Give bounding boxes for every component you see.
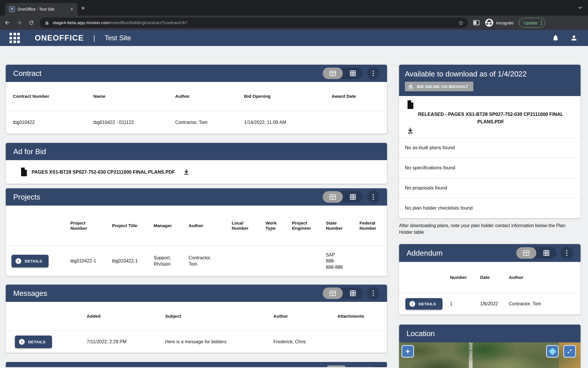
contract-panel-header: Contract [6,65,387,82]
table-view-icon [327,365,345,367]
forward-icon[interactable] [14,18,24,28]
grid-view-icon[interactable] [343,68,363,79]
incognito-indicator: Incognito [485,19,514,27]
details-button[interactable]: i DETAILS [11,255,49,267]
addendum-panel-header: Addendum [399,244,581,262]
new-tab-button[interactable]: + [81,5,85,12]
details-button[interactable]: i DETAILS [405,298,442,310]
app-brand: ONEOFFICE [35,34,84,43]
column-header: Added [87,314,165,319]
download-icon[interactable] [407,127,575,134]
back-icon[interactable] [2,18,12,28]
column-header: Local Number [232,221,266,231]
grid-view-icon[interactable] [343,288,363,299]
table-view-icon[interactable] [323,68,343,79]
view-toggle [323,191,363,203]
panel-menu-icon[interactable] [560,247,573,259]
app-header: ONEOFFICE | Test Site [0,30,588,46]
project-title-cell: tbg010422-1 [112,258,154,264]
layers-icon [549,348,556,355]
projects-panel-header: Projects [6,188,387,206]
subject-cell: Here is a message for bidders [165,339,273,345]
incognito-label: Incognito [496,20,514,25]
panel-menu-icon[interactable] [367,67,380,80]
reload-icon[interactable] [26,18,36,28]
table-row[interactable]: i DETAILS 1 1/6/2022 Contractor, Tom [399,293,581,315]
table-row[interactable]: i DETAILS 7/11/2022, 2:29 PM Here is a m… [6,331,387,353]
empty-state-row: No as-built plans found [399,138,581,158]
panel-menu-icon[interactable] [367,287,380,300]
location-panel-header: Location [399,325,581,342]
info-icon: i [409,301,415,307]
table-view-icon[interactable] [323,288,343,299]
panel-title: Location [407,329,435,338]
contract-number-cell: tbg010422 [13,119,93,126]
partial-panel-header [6,362,387,367]
column-header: Author [273,314,337,319]
column-header: Attachments [337,314,383,319]
info-icon: i [16,258,21,264]
map-expand-button[interactable] [563,345,576,358]
location-map[interactable]: 2nd Ave + [399,342,581,368]
panel-title: Projects [13,193,40,202]
street-label: 2nd Ave [469,343,473,358]
column-header: Author [175,94,244,99]
column-header: Name [93,94,175,99]
ad-file-name[interactable]: PAGES XS1-BT28 SP027-752-030 CP2111000 F… [32,169,175,175]
address-bar[interactable]: stage4-beta.app.rtvision.com/oneoffice/b… [40,18,468,28]
apps-grid-icon[interactable] [9,33,20,43]
author-cell: Contractor, Tom [189,255,232,267]
browser-menu-icon[interactable] [541,20,542,25]
table-view-icon[interactable] [323,191,343,203]
table-row[interactable]: tbg010422 tbg010422 - 011122 Contractor,… [6,111,387,134]
author-cell: Contractor, Tom [175,119,244,126]
column-header: Bid Opening [244,94,332,99]
table-view-icon[interactable] [516,247,536,259]
plan-holder-note: After downloading plans, note your plan … [399,222,567,235]
update-button[interactable]: Update [519,18,545,28]
released-file-name[interactable]: RELEASED - PAGES XS1-BT28 SP027-752-030 … [409,110,572,126]
name-cell: tbg010422 - 011122 [93,119,175,126]
browser-toolbar: stage4-beta.app.rtvision.com/oneoffice/b… [0,16,588,30]
grid-view-icon[interactable] [536,247,556,259]
state-number-cell: SAP 888-888-888 [326,252,359,271]
bid-online-button[interactable]: BID ONLINE VIA BIDVAULT [405,82,473,91]
oneoffice-favicon-icon: R [9,6,15,12]
column-header: Project Engineer [292,221,326,231]
map-layers-button[interactable] [546,345,559,358]
author-cell: Frederick, Chris [273,339,337,345]
map-zoom-in-button[interactable]: + [401,345,414,358]
table-row[interactable]: i DETAILS tbg010422-1 tbg010422-1 Suppor… [6,246,387,276]
column-header: Federal Number [359,221,387,231]
panel-title: Contract [13,69,41,78]
download-icon[interactable] [183,168,190,175]
brand-separator: | [93,34,95,42]
chevron-down-icon[interactable] [578,5,583,10]
account-person-icon[interactable] [570,34,578,42]
document-icon [20,167,28,177]
contract-panel: Contract Contract [6,65,387,134]
grid-view-icon[interactable] [343,191,363,203]
lock-icon [45,21,49,25]
ad-for-bid-panel: Ad for Bid PAGES XS1-BT28 SP027-752-030 … [6,143,387,184]
notifications-bell-icon[interactable] [552,34,559,42]
column-header: Project Title [112,223,154,228]
project-number-cell: tbg010422-1 [70,258,112,264]
column-header: Subject [165,314,273,319]
tab-title: OneOffice - Test Site [18,7,69,12]
details-button[interactable]: i DETAILS [15,336,52,348]
panel-menu-icon [374,366,386,367]
panel-menu-icon[interactable] [367,191,380,203]
addendum-panel: Addendum [399,244,581,315]
site-name: Test Site [105,34,131,42]
tab-close-icon[interactable]: × [69,6,75,12]
info-icon: i [19,339,25,345]
messages-panel: Messages [6,285,387,353]
work-type-cell [266,258,292,264]
side-panel-icon[interactable] [473,20,479,25]
manager-cell: Support, RtVision [154,255,189,267]
browser-tab[interactable]: R OneOffice - Test Site × [5,3,78,16]
bookmark-star-icon[interactable] [458,20,464,26]
document-icon [407,100,575,109]
column-header: Project Number [70,221,112,231]
